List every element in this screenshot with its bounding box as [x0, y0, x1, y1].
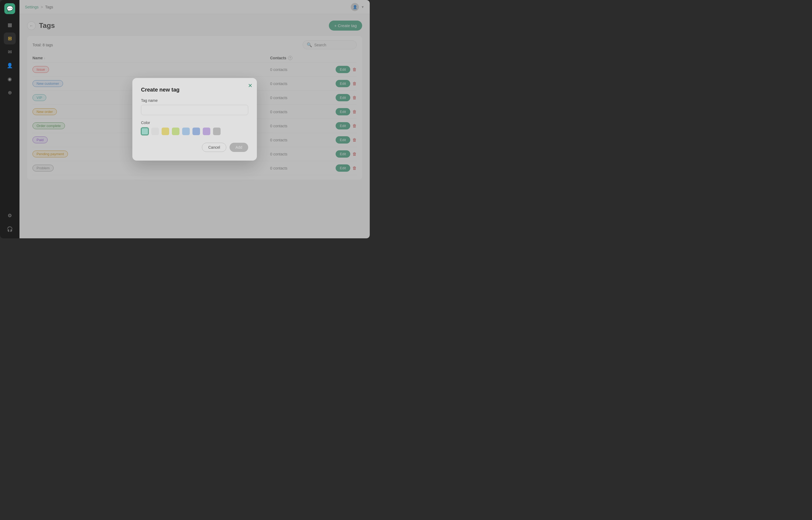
cancel-button[interactable]: Cancel [202, 143, 226, 152]
logo-icon: 💬 [6, 5, 13, 12]
main-content: Settings > Tags 👤 ▼ ← Tags + Create tag … [20, 0, 370, 238]
tag-name-label: Tag name [141, 98, 248, 103]
modal-overlay[interactable]: ✕ Create new tag Tag name Color Cancel A… [20, 0, 370, 238]
color-swatch-sky[interactable] [182, 128, 190, 135]
inbox-icon: ✉ [8, 49, 12, 55]
color-options [141, 128, 248, 135]
color-swatch-teal[interactable] [141, 128, 148, 135]
sidebar-bottom: ⚙ 🎧 [4, 210, 16, 235]
color-swatch-white[interactable] [151, 128, 159, 135]
settings-icon: ⚙ [7, 213, 12, 218]
sidebar-item-contacts[interactable]: 👤 [4, 59, 16, 72]
color-swatch-yellow[interactable] [162, 128, 169, 135]
tag-name-input[interactable] [141, 105, 248, 115]
color-swatch-lime[interactable] [172, 128, 179, 135]
sidebar-item-table[interactable]: ⊞ [4, 32, 16, 45]
sidebar-item-dashboard[interactable]: ▦ [4, 19, 16, 31]
team-icon: ⊕ [8, 89, 12, 96]
color-swatch-lavender[interactable] [203, 128, 210, 135]
create-tag-modal: ✕ Create new tag Tag name Color Cancel A… [132, 78, 257, 161]
sidebar-item-inbox[interactable]: ✉ [4, 46, 16, 58]
color-swatch-gray[interactable] [213, 128, 221, 135]
sidebar-item-settings[interactable]: ⚙ [4, 210, 16, 222]
table-icon: ⊞ [8, 35, 12, 42]
dashboard-icon: ▦ [7, 22, 12, 28]
sidebar-item-team[interactable]: ⊕ [4, 87, 16, 99]
modal-title: Create new tag [141, 87, 248, 93]
color-label: Color [141, 121, 248, 125]
contacts-icon: 👤 [7, 62, 13, 69]
color-swatch-blue[interactable] [192, 128, 200, 135]
app-logo[interactable]: 💬 [4, 3, 15, 14]
sidebar-item-broadcast[interactable]: ◉ [4, 73, 16, 85]
add-button[interactable]: Add [229, 143, 248, 152]
sidebar: 💬 ▦ ⊞ ✉ 👤 ◉ ⊕ ⚙ 🎧 [0, 0, 20, 238]
modal-close-button[interactable]: ✕ [248, 82, 253, 89]
support-icon: 🎧 [7, 226, 13, 232]
sidebar-item-support[interactable]: 🎧 [4, 223, 16, 235]
modal-actions: Cancel Add [141, 143, 248, 152]
broadcast-icon: ◉ [7, 76, 12, 82]
